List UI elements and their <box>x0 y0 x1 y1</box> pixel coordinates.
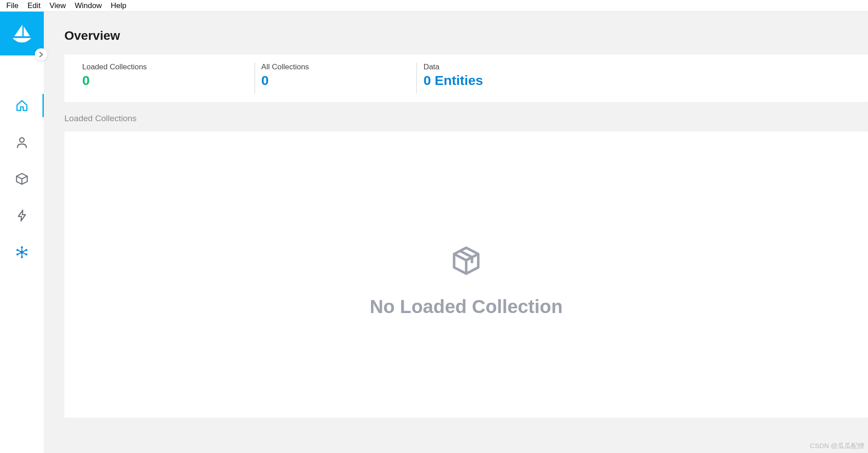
stat-loaded-collections: Loaded Collections 0 <box>82 63 147 94</box>
main-content: Overview Loaded Collections 0 All Collec… <box>44 12 868 453</box>
stat-all-value: 0 <box>261 73 309 88</box>
stat-data[interactable]: Data 0 Entities <box>416 63 483 94</box>
stat-data-value: 0 Entities <box>423 73 483 88</box>
menu-view[interactable]: View <box>45 1 71 10</box>
menu-window[interactable]: Window <box>70 1 106 10</box>
nav-items <box>0 97 44 261</box>
sailboat-icon <box>11 24 33 43</box>
svg-point-0 <box>20 138 24 142</box>
home-icon <box>15 99 29 112</box>
menu-help[interactable]: Help <box>106 1 131 10</box>
menu-edit[interactable]: Edit <box>23 1 45 10</box>
stats-card: Loaded Collections 0 All Collections 0 D… <box>64 55 868 102</box>
loaded-collections-panel: No Loaded Collection <box>64 131 868 418</box>
empty-state-message: No Loaded Collection <box>370 296 563 318</box>
sidebar <box>0 12 44 453</box>
section-loaded-collections-label: Loaded Collections <box>44 102 868 131</box>
chevron-right-icon <box>38 51 44 58</box>
user-icon <box>16 136 28 148</box>
stat-data-label: Data <box>423 63 483 72</box>
page-title: Overview <box>44 12 868 55</box>
package-icon <box>15 172 29 186</box>
stat-all-collections[interactable]: All Collections 0 <box>254 63 309 94</box>
nav-item-search[interactable] <box>0 207 44 224</box>
network-icon <box>15 246 29 259</box>
nav-item-users[interactable] <box>0 133 44 151</box>
menu-file[interactable]: File <box>2 1 23 10</box>
app-body: Overview Loaded Collections 0 All Collec… <box>0 12 868 453</box>
expand-sidebar-button[interactable] <box>35 48 47 61</box>
nav-item-overview[interactable] <box>0 97 44 114</box>
lightning-icon <box>16 209 28 222</box>
watermark: CSDN @瓜瓜配狸 <box>810 442 864 450</box>
stat-loaded-label: Loaded Collections <box>82 63 147 72</box>
stat-loaded-value: 0 <box>82 73 147 88</box>
empty-package-icon <box>451 245 482 278</box>
nav-item-system[interactable] <box>0 243 44 261</box>
logo[interactable] <box>0 12 44 55</box>
stat-all-label: All Collections <box>261 63 309 72</box>
nav-item-collections[interactable] <box>0 170 44 188</box>
menu-bar: File Edit View Window Help <box>0 0 868 12</box>
